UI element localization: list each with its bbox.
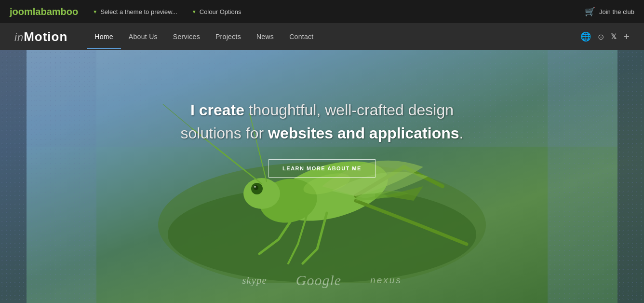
- client-logo-skype: skype: [242, 275, 267, 287]
- join-club-button[interactable]: 🛒 Join the club: [585, 6, 634, 17]
- hero-section: I create thoughtful, well-crafted design…: [0, 50, 644, 303]
- client-logo-google: Google: [296, 272, 341, 289]
- theme-selector-label: Select a theme to preview...: [100, 8, 177, 15]
- colour-options[interactable]: ▼ Colour Options: [192, 8, 242, 15]
- top-bar: joomlabamboo ▼ Select a theme to preview…: [0, 0, 644, 23]
- twitter-icon[interactable]: 𝕏: [611, 32, 617, 41]
- nav-item-contact[interactable]: Contact: [282, 24, 321, 49]
- nav-item-home[interactable]: Home: [87, 24, 121, 49]
- hero-headline-strong: I create: [190, 101, 244, 119]
- nav-link-home[interactable]: Home: [87, 24, 121, 49]
- client-logos: skype Google nexus: [0, 272, 644, 289]
- site-title: inMotion: [14, 29, 67, 44]
- nav-item-projects[interactable]: Projects: [208, 24, 249, 49]
- hero-headline-period: .: [459, 124, 464, 142]
- hero-headline-text2: solutions for: [181, 124, 268, 142]
- hero-headline-strong2: websites and applications: [268, 124, 459, 142]
- theme-dropdown-arrow: ▼: [93, 9, 97, 14]
- main-nav: Home About Us Services Projects News Con…: [87, 24, 580, 49]
- nav-item-news[interactable]: News: [249, 24, 282, 49]
- cart-icon: 🛒: [585, 6, 595, 17]
- hero-headline: I create thoughtful, well-crafted design…: [0, 98, 644, 145]
- logo-joomla: joomla: [10, 6, 40, 17]
- nav-icons: 🌐 ⊙ 𝕏 +: [580, 30, 630, 43]
- site-title-motion: Motion: [24, 29, 67, 44]
- nav-link-services[interactable]: Services: [165, 24, 208, 49]
- logo-bamboo: bamboo: [40, 6, 78, 17]
- colour-options-label: Colour Options: [200, 8, 242, 15]
- nav-link-about[interactable]: About Us: [121, 24, 165, 49]
- logo-text: joomlabamboo: [10, 6, 78, 17]
- nav-link-contact[interactable]: Contact: [282, 24, 321, 49]
- plus-icon[interactable]: +: [623, 30, 630, 43]
- brand-logo: joomlabamboo: [10, 6, 78, 17]
- site-title-in: in: [14, 31, 24, 43]
- svg-point-6: [254, 185, 258, 190]
- learn-more-button[interactable]: LEARN MORE ABOUT ME: [268, 159, 376, 178]
- globe-icon[interactable]: 🌐: [580, 31, 591, 42]
- hero-content: I create thoughtful, well-crafted design…: [0, 98, 644, 178]
- nav-link-news[interactable]: News: [249, 24, 282, 49]
- svg-point-4: [243, 178, 280, 209]
- rss-icon[interactable]: ⊙: [598, 32, 604, 41]
- nav-item-services[interactable]: Services: [165, 24, 208, 49]
- nav-item-about[interactable]: About Us: [121, 24, 165, 49]
- client-logo-nexus: nexus: [370, 275, 402, 286]
- colour-dropdown-arrow: ▼: [192, 9, 197, 14]
- svg-point-7: [254, 186, 256, 188]
- join-club-label: Join the club: [599, 8, 634, 15]
- nav-link-projects[interactable]: Projects: [208, 24, 249, 49]
- theme-selector[interactable]: ▼ Select a theme to preview...: [93, 8, 177, 15]
- nav-bar: inMotion Home About Us Services Projects…: [0, 23, 644, 50]
- hero-headline-text1: thoughtful, well-crafted design: [244, 101, 454, 119]
